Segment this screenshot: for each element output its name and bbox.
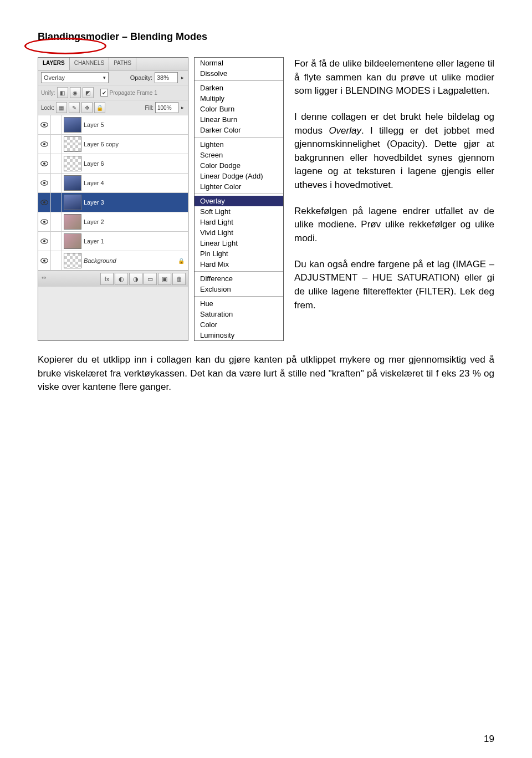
blend-mode-option[interactable]: Exclusion <box>195 284 283 294</box>
link-icon[interactable]: ⇔ <box>40 273 47 285</box>
menu-separator <box>195 137 283 138</box>
layer-row[interactable]: Background🔒 <box>38 251 188 271</box>
layer-name: Layer 4 <box>84 180 104 186</box>
layer-row[interactable]: Layer 1 <box>38 232 188 251</box>
blend-mode-option[interactable]: Multiply <box>195 93 283 104</box>
lock-pixels-icon[interactable]: ✎ <box>69 102 80 113</box>
blend-mode-option[interactable]: Color <box>195 319 283 330</box>
layers-panel: LAYERS CHANNELS PATHS Overlay ▾ Opacity:… <box>38 57 188 341</box>
layer-name: Layer 1 <box>84 238 104 245</box>
opacity-stepper[interactable]: ▸ <box>180 75 185 80</box>
fx-button[interactable]: fx <box>100 273 114 285</box>
lock-position-icon[interactable]: ✥ <box>81 102 93 113</box>
blend-mode-option[interactable]: Linear Light <box>195 238 283 248</box>
blend-mode-option[interactable]: Color Burn <box>195 104 283 114</box>
blend-mode-option[interactable]: Difference <box>195 273 283 284</box>
trash-button[interactable]: 🗑 <box>172 273 186 285</box>
emphasis: Overlay <box>329 125 361 136</box>
fill-input[interactable]: 100% <box>155 102 178 113</box>
visibility-toggle[interactable] <box>38 251 51 270</box>
layer-thumbnail <box>64 214 81 230</box>
layer-thumbnail <box>64 253 81 268</box>
propagate-checkbox[interactable] <box>100 89 108 96</box>
unify-visibility-icon[interactable]: ◉ <box>70 87 81 98</box>
new-layer-button[interactable]: ▣ <box>158 273 171 285</box>
opacity-value: 38% <box>157 74 169 81</box>
paragraph: Du kan også endre fargene på et lag (IMA… <box>294 258 494 313</box>
svg-point-1 <box>43 124 45 126</box>
blend-mode-option[interactable]: Darker Color <box>195 125 283 135</box>
layer-row[interactable]: Layer 6 <box>38 154 188 174</box>
paragraph: Kopierer du et utklipp inn i collagen ka… <box>38 353 494 394</box>
visibility-toggle[interactable] <box>38 193 51 212</box>
layer-row[interactable]: Layer 3 <box>38 193 188 212</box>
blend-mode-option[interactable]: Screen <box>195 150 283 160</box>
blend-mode-option[interactable]: Color Dodge <box>195 160 283 171</box>
layer-row[interactable]: Layer 5 <box>38 115 188 135</box>
blend-opacity-row: Overlay ▾ Opacity: 38% ▸ <box>38 70 188 85</box>
unify-position-icon[interactable]: ◧ <box>57 87 68 98</box>
layer-row[interactable]: Layer 2 <box>38 212 188 232</box>
layer-thumbnail <box>64 233 81 249</box>
blend-mode-option[interactable]: Hue <box>195 298 283 309</box>
group-button[interactable]: ▭ <box>144 273 157 285</box>
unify-style-icon[interactable]: ◩ <box>83 87 94 98</box>
page-number: 19 <box>484 734 494 745</box>
menu-separator <box>195 80 283 81</box>
adjustment-button[interactable]: ◑ <box>129 273 142 285</box>
blend-mode-option[interactable]: Linear Burn <box>195 114 283 125</box>
lock-transparency-icon[interactable]: ▦ <box>56 102 67 113</box>
blend-mode-option[interactable]: Linear Dodge (Add) <box>195 171 283 181</box>
fill-value: 100% <box>157 105 172 111</box>
visibility-toggle[interactable] <box>38 212 51 231</box>
fill-stepper[interactable]: ▸ <box>180 105 185 110</box>
visibility-toggle[interactable] <box>38 115 51 134</box>
opacity-input[interactable]: 38% <box>155 72 178 83</box>
menu-separator <box>195 194 283 194</box>
blend-mode-option[interactable]: Darken <box>195 83 283 93</box>
lock-row: Lock: ▦ ✎ ✥ 🔒 Fill: 100% ▸ <box>38 100 188 115</box>
svg-point-15 <box>43 260 45 262</box>
blend-mode-option[interactable]: Pin Light <box>195 248 283 259</box>
layer-thumbnail <box>64 117 81 133</box>
propagate-label: Propagate Frame 1 <box>110 90 157 96</box>
blend-mode-option[interactable]: Hard Light <box>195 217 283 227</box>
blend-mode-option[interactable]: Lighter Color <box>195 181 283 192</box>
mask-button[interactable]: ◐ <box>115 273 128 285</box>
blend-mode-option[interactable]: Lighten <box>195 139 283 150</box>
chevron-down-icon: ▾ <box>103 75 106 80</box>
page-title: Blandingsmodier – Blending Modes <box>38 31 494 43</box>
blend-mode-option[interactable]: Hard Mix <box>195 259 283 269</box>
layer-thumbnail <box>64 136 81 152</box>
layer-row[interactable]: Layer 6 copy <box>38 135 188 154</box>
blend-mode-select[interactable]: Overlay ▾ <box>41 72 109 83</box>
tab-layers[interactable]: LAYERS <box>38 58 70 70</box>
blend-mode-menu[interactable]: NormalDissolveDarkenMultiplyColor BurnLi… <box>194 57 284 341</box>
visibility-toggle[interactable] <box>38 154 51 173</box>
tab-channels[interactable]: CHANNELS <box>70 58 109 70</box>
blend-mode-option[interactable]: Vivid Light <box>195 227 283 238</box>
visibility-toggle[interactable] <box>38 174 51 192</box>
blend-mode-option[interactable]: Normal <box>195 58 283 68</box>
visibility-toggle[interactable] <box>38 135 51 154</box>
blend-mode-option[interactable]: Dissolve <box>195 68 283 79</box>
lock-label: Lock: <box>41 105 54 111</box>
link-cell <box>51 135 62 154</box>
svg-point-7 <box>43 182 45 184</box>
layer-list: Layer 5Layer 6 copyLayer 6Layer 4Layer 3… <box>38 115 188 271</box>
layer-name: Layer 3 <box>84 199 104 206</box>
unify-label: Unify: <box>41 90 55 96</box>
layer-row[interactable]: Layer 4 <box>38 174 188 193</box>
blend-mode-option[interactable]: Soft Light <box>195 206 283 217</box>
menu-separator <box>195 296 283 297</box>
svg-point-11 <box>43 221 45 223</box>
screenshots-column: LAYERS CHANNELS PATHS Overlay ▾ Opacity:… <box>38 57 284 341</box>
lock-all-icon[interactable]: 🔒 <box>94 102 105 113</box>
blend-mode-option[interactable]: Overlay <box>195 196 283 206</box>
tab-paths[interactable]: PATHS <box>109 58 136 70</box>
blend-mode-option[interactable]: Saturation <box>195 309 283 319</box>
layer-name: Background <box>84 257 116 264</box>
layer-name: Layer 6 <box>84 160 104 167</box>
blend-mode-option[interactable]: Luminosity <box>195 330 283 340</box>
visibility-toggle[interactable] <box>38 232 51 251</box>
